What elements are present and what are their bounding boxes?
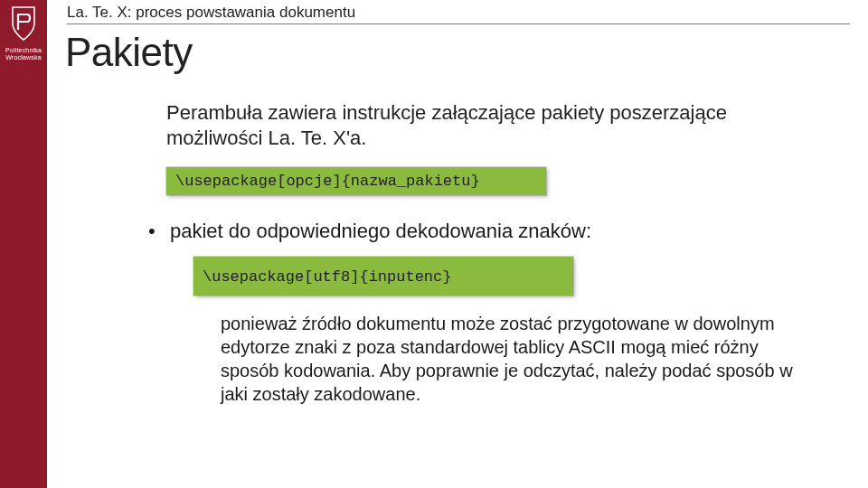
brand-line2: Wrocławska <box>5 54 42 61</box>
slide-content: La. Te. X: proces powstawania dokumentu … <box>67 0 850 488</box>
explain-text: ponieważ źródło dokumentu może zostać pr… <box>221 312 814 406</box>
page-title: Pakiety <box>65 30 850 75</box>
list-item: pakiet do odpowiedniego dekodowania znak… <box>146 219 823 406</box>
bullet-text: pakiet do odpowiedniego dekodowania znak… <box>170 220 591 242</box>
brand-name: Politechnika Wrocławska <box>5 47 42 61</box>
code-text: \usepackage[utf8]{inputenc} <box>203 268 451 286</box>
code-text: \usepackage[opcje]{nazwa_pakietu} <box>175 173 480 190</box>
shield-icon <box>9 5 38 45</box>
code-block-usepackage-generic: \usepackage[opcje]{nazwa_pakietu} <box>166 167 546 195</box>
breadcrumb: La. Te. X: proces powstawania dokumentu <box>67 0 850 24</box>
code-block-usepackage-inputenc: \usepackage[utf8]{inputenc} <box>193 257 573 296</box>
slide-body: Perambuła zawiera instrukcje załączające… <box>166 100 823 406</box>
brand-stripe: Politechnika Wrocławska <box>0 0 47 488</box>
intro-text: Perambuła zawiera instrukcje załączające… <box>166 100 823 151</box>
brand-line1: Politechnika <box>5 47 42 54</box>
